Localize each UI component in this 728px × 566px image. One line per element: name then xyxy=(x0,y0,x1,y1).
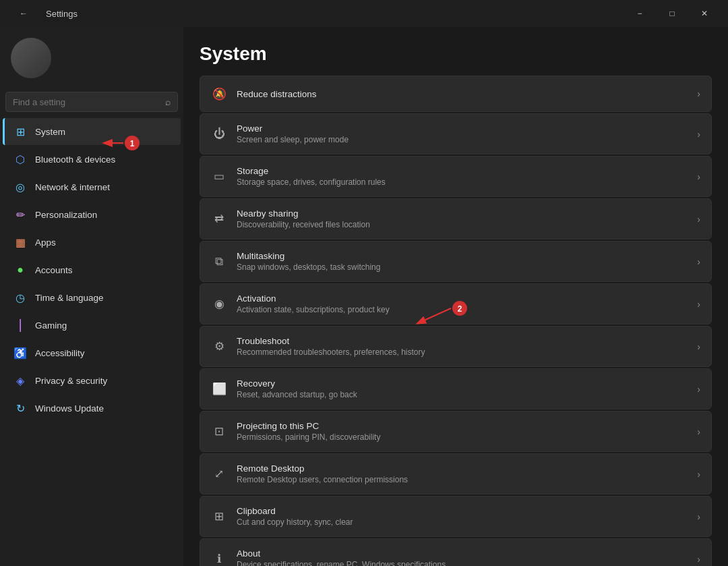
reduce-distractions-text: Reduce distractions xyxy=(237,89,688,99)
clipboard-desc: Cut and copy history, sync, clear xyxy=(237,517,688,527)
activation-title: Activation xyxy=(237,293,688,304)
sidebar-item-time[interactable]: ◷ Time & language xyxy=(3,284,181,311)
search-input[interactable] xyxy=(13,97,160,107)
clipboard-text: Clipboard Cut and copy history, sync, cl… xyxy=(237,506,688,527)
sidebar-item-label-gaming: Gaming xyxy=(35,320,67,331)
sidebar-item-update[interactable]: ↻ Windows Update xyxy=(3,395,181,422)
sidebar-item-network[interactable]: ◎ Network & internet xyxy=(3,173,181,200)
main-content: System 🔕 Reduce distractions › ⏻ Power S… xyxy=(183,27,728,566)
activation-text: Activation Activation state, subscriptio… xyxy=(237,293,688,314)
nearby-sharing-title: Nearby sharing xyxy=(237,208,688,219)
sidebar-item-label-privacy: Privacy & security xyxy=(35,376,107,386)
back-button[interactable]: ← xyxy=(8,3,39,24)
apps-icon: ▦ xyxy=(13,235,27,249)
sidebar-item-accounts[interactable]: ● Accounts xyxy=(3,256,181,283)
about-chevron: › xyxy=(697,554,700,565)
gaming-icon: ⎮ xyxy=(13,318,27,332)
sidebar-item-accessibility[interactable]: ♿ Accessibility xyxy=(3,339,181,366)
projecting-text: Projecting to this PC Permissions, pairi… xyxy=(237,421,688,442)
sidebar-item-label-personalization: Personalization xyxy=(35,210,97,220)
minimize-button[interactable]: − xyxy=(624,3,655,24)
search-icon: ⌕ xyxy=(165,96,171,107)
remote-desktop-text: Remote Desktop Remote Desktop users, con… xyxy=(237,463,688,484)
privacy-icon: ◈ xyxy=(13,374,27,387)
remote-desktop-desc: Remote Desktop users, connection permiss… xyxy=(237,475,688,484)
recovery-icon: ⬜ xyxy=(211,381,227,397)
storage-title: Storage xyxy=(237,166,688,176)
sidebar-item-label-apps: Apps xyxy=(35,237,56,248)
settings-item-multitasking[interactable]: ⧉ Multitasking Snap windows, desktops, t… xyxy=(200,241,712,282)
titlebar: ← Settings − □ ✕ xyxy=(0,0,728,27)
storage-icon: ▭ xyxy=(211,169,227,185)
about-title: About xyxy=(237,548,688,559)
settings-item-power[interactable]: ⏻ Power Screen and sleep, power mode › xyxy=(200,113,712,154)
titlebar-left: ← Settings xyxy=(8,3,78,24)
storage-text: Storage Storage space, drives, configura… xyxy=(237,166,688,187)
power-icon: ⏻ xyxy=(211,126,227,142)
activation-chevron: › xyxy=(697,299,700,310)
sidebar-item-bluetooth[interactable]: ⬡ Bluetooth & devices xyxy=(3,146,181,173)
search-box[interactable]: ⌕ xyxy=(5,92,178,112)
settings-item-nearby-sharing[interactable]: ⇄ Nearby sharing Discoverability, receiv… xyxy=(200,198,712,239)
sidebar-item-label-network: Network & internet xyxy=(35,182,110,192)
settings-list: 🔕 Reduce distractions › ⏻ Power Screen a… xyxy=(200,76,712,566)
settings-item-troubleshoot[interactable]: ⚙ Troubleshoot Recommended troubleshoote… xyxy=(200,326,712,367)
update-icon: ↻ xyxy=(13,401,27,415)
settings-item-recovery[interactable]: ⬜ Recovery Reset, advanced startup, go b… xyxy=(200,368,712,409)
troubleshoot-desc: Recommended troubleshooters, preferences… xyxy=(237,347,688,357)
nearby-sharing-text: Nearby sharing Discoverability, received… xyxy=(237,208,688,229)
accessibility-icon: ♿ xyxy=(13,346,27,360)
about-text: About Device specifications, rename PC, … xyxy=(237,548,688,566)
titlebar-title: Settings xyxy=(46,9,78,19)
sidebar-header xyxy=(0,27,183,86)
accounts-icon: ● xyxy=(13,263,27,277)
storage-chevron: › xyxy=(697,171,700,182)
sidebar-item-privacy[interactable]: ◈ Privacy & security xyxy=(3,367,181,394)
remote-desktop-chevron: › xyxy=(697,469,700,480)
recovery-desc: Reset, advanced startup, go back xyxy=(237,390,688,399)
settings-item-clipboard[interactable]: ⊞ Clipboard Cut and copy history, sync, … xyxy=(200,496,712,537)
nearby-sharing-chevron: › xyxy=(697,214,700,225)
personalization-icon: ✏ xyxy=(13,208,27,221)
sidebar-item-label-update: Windows Update xyxy=(35,403,104,414)
troubleshoot-chevron: › xyxy=(697,341,700,352)
troubleshoot-title: Troubleshoot xyxy=(237,336,688,346)
sidebar-item-gaming[interactable]: ⎮ Gaming xyxy=(3,312,181,339)
settings-item-about[interactable]: ℹ About Device specifications, rename PC… xyxy=(200,538,712,566)
maximize-button[interactable]: □ xyxy=(657,3,688,24)
nearby-sharing-icon: ⇄ xyxy=(211,211,227,227)
system-icon: ⊞ xyxy=(13,125,27,138)
remote-desktop-title: Remote Desktop xyxy=(237,463,688,474)
about-icon: ℹ xyxy=(211,551,227,567)
time-icon: ◷ xyxy=(13,291,27,304)
power-text: Power Screen and sleep, power mode xyxy=(237,123,688,144)
clipboard-chevron: › xyxy=(697,511,700,522)
projecting-icon: ⊡ xyxy=(211,424,227,440)
reduce-distractions-chevron: › xyxy=(697,88,700,99)
nav-list: ⊞ System ⬡ Bluetooth & devices ◎ Network… xyxy=(0,117,183,422)
titlebar-controls: − □ ✕ xyxy=(624,3,720,24)
sidebar: ⌕ ⊞ System ⬡ Bluetooth & devices ◎ Netwo… xyxy=(0,27,183,566)
sidebar-item-system[interactable]: ⊞ System xyxy=(3,118,181,145)
sidebar-item-personalization[interactable]: ✏ Personalization xyxy=(3,201,181,228)
nearby-sharing-desc: Discoverability, received files location xyxy=(237,220,688,229)
activation-desc: Activation state, subscriptions, product… xyxy=(237,305,688,314)
settings-item-reduce-distractions[interactable]: 🔕 Reduce distractions › xyxy=(200,76,712,112)
clipboard-icon: ⊞ xyxy=(211,509,227,525)
settings-item-activation[interactable]: ◉ Activation Activation state, subscript… xyxy=(200,283,712,324)
power-chevron: › xyxy=(697,129,700,140)
close-button[interactable]: ✕ xyxy=(689,3,720,24)
power-desc: Screen and sleep, power mode xyxy=(237,135,688,144)
multitasking-chevron: › xyxy=(697,256,700,267)
multitasking-text: Multitasking Snap windows, desktops, tas… xyxy=(237,251,688,272)
sidebar-item-apps[interactable]: ▦ Apps xyxy=(3,229,181,256)
multitasking-desc: Snap windows, desktops, task switching xyxy=(237,262,688,272)
activation-icon: ◉ xyxy=(211,296,227,312)
bluetooth-icon: ⬡ xyxy=(13,152,27,166)
settings-item-remote-desktop[interactable]: ⤢ Remote Desktop Remote Desktop users, c… xyxy=(200,453,712,494)
reduce-distractions-icon: 🔕 xyxy=(211,86,227,102)
settings-item-storage[interactable]: ▭ Storage Storage space, drives, configu… xyxy=(200,156,712,197)
multitasking-title: Multitasking xyxy=(237,251,688,261)
settings-item-projecting[interactable]: ⊡ Projecting to this PC Permissions, pai… xyxy=(200,411,712,452)
reduce-distractions-title: Reduce distractions xyxy=(237,89,688,99)
